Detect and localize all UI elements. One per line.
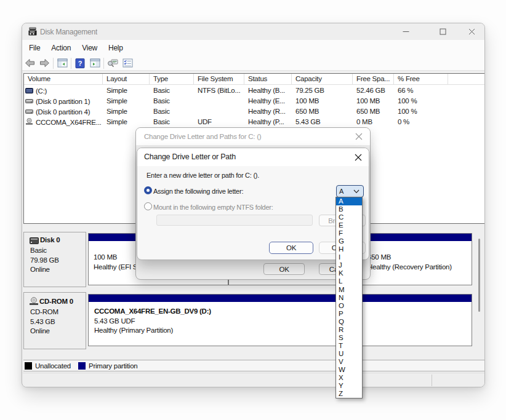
column-header-file-system[interactable]: File System — [194, 74, 244, 85]
drive-letter-option-V[interactable]: V — [336, 358, 362, 366]
drive-letter-list: ABCEFGHIJKLMNOPQRSTUVWXYZ — [335, 197, 363, 398]
drive-letter-option-O[interactable]: O — [336, 302, 362, 310]
checklist-button[interactable] — [120, 57, 135, 70]
drive-letter-option-U[interactable]: U — [336, 350, 362, 358]
cd-size: 5.43 GB UDF — [94, 317, 135, 325]
drive-letter-option-G[interactable]: G — [336, 237, 362, 245]
cd-drive-icon — [25, 118, 33, 126]
front-dialog-ok-button[interactable]: OK — [269, 242, 313, 254]
primary-partition-swatch — [78, 362, 86, 370]
column-header-capacity[interactable]: Capacity — [292, 74, 353, 85]
mount-path-textbox[interactable] — [156, 215, 313, 226]
vertical-scrollbar[interactable] — [478, 239, 480, 312]
menu-help[interactable]: Help — [103, 41, 129, 55]
front-dialog-title-bar: Change Drive Letter or Path — [137, 148, 369, 166]
cell-layout: Simple — [103, 117, 150, 127]
drive-letter-option-Y[interactable]: Y — [336, 382, 362, 390]
drive-letter-option-H[interactable]: H — [336, 245, 362, 253]
volume-row[interactable]: (Disk 0 partition 4)SimpleBasicHealthy (… — [24, 106, 485, 117]
cdrom0-kind: CD-ROM — [30, 308, 58, 315]
cdrom0-panel[interactable]: CD-ROM 0 CD-ROM 5.43 GB Online — [23, 292, 86, 349]
cell-layout: Simple — [103, 106, 150, 117]
help-icon: ? — [75, 58, 85, 68]
drive-letter-option-R[interactable]: R — [336, 326, 362, 334]
cdrom-icon — [29, 297, 39, 306]
svg-text:?: ? — [78, 60, 82, 67]
properties-icon — [107, 58, 118, 68]
column-header-type[interactable]: Type — [150, 74, 194, 85]
show-action-pane-button[interactable] — [87, 57, 102, 70]
volume-list-header: Volume Layout Type File System Status Ca… — [24, 74, 485, 85]
drive-letter-option-J[interactable]: J — [336, 261, 362, 269]
drive-letter-option-Z[interactable]: Z — [336, 390, 362, 398]
drive-letter-option-S[interactable]: S — [336, 334, 362, 342]
back-dialog-close-button[interactable] — [348, 129, 369, 144]
cell-file_system: UDF — [194, 117, 244, 127]
drive-letter-option-M[interactable]: M — [336, 286, 362, 294]
cell-layout: Simple — [103, 85, 150, 96]
combobox-value: A — [339, 188, 343, 195]
maximize-icon — [440, 28, 446, 35]
volume-row[interactable]: (Disk 0 partition 1)SimpleBasicHealthy (… — [24, 96, 485, 106]
chevron-down-icon — [353, 189, 359, 194]
maximize-button[interactable] — [430, 23, 455, 39]
drive-letter-option-K[interactable]: K — [336, 269, 362, 277]
cdrom0-partition[interactable]: CCCOMA_X64FRE_EN-GB_DV9 (D:) 5.43 GB UDF… — [88, 294, 472, 346]
drive-letter-option-T[interactable]: T — [336, 342, 362, 350]
drive-letter-option-B[interactable]: B — [336, 205, 362, 213]
recovery-partition-size: 650 MB — [367, 253, 391, 261]
back-button[interactable] — [22, 57, 37, 70]
menu-file[interactable]: File — [23, 41, 46, 55]
front-dialog-title: Change Drive Letter or Path — [144, 153, 236, 161]
mount-ntfs-folder-radio[interactable] — [144, 202, 152, 210]
disk0-partition-recovery[interactable]: 650 MB Healthy (Recovery Partition) — [359, 233, 472, 285]
column-header-free-space[interactable]: Free Spa... — [353, 74, 394, 85]
toolbar: ? — [22, 56, 484, 71]
drive-letter-option-L[interactable]: L — [336, 277, 362, 285]
drive-letter-option-X[interactable]: X — [336, 374, 362, 382]
forward-button[interactable] — [37, 57, 52, 70]
drive-letter-option-N[interactable]: N — [336, 294, 362, 302]
drive-letter-option-Q[interactable]: Q — [336, 318, 362, 326]
close-icon — [468, 28, 475, 35]
partition-color-band — [89, 295, 472, 302]
change-drive-letter-or-path-dialog: Change Drive Letter or Path Enter a new … — [137, 148, 369, 260]
back-dialog-ok-button[interactable]: OK — [263, 263, 305, 275]
disk-management-app-icon — [28, 26, 38, 36]
back-dialog-title-bar: Change Drive Letter and Paths for C: () — [136, 128, 370, 145]
forward-arrow-icon — [39, 58, 50, 68]
menu-view[interactable]: View — [76, 41, 103, 55]
column-header-layout[interactable]: Layout — [103, 74, 150, 85]
cell-pct_free: 66 % — [394, 85, 448, 96]
drive-letter-combobox[interactable]: A — [336, 185, 364, 197]
primary-partition-label: Primary partition — [89, 362, 137, 370]
drive-letter-option-W[interactable]: W — [336, 366, 362, 374]
menu-action[interactable]: Action — [46, 41, 76, 55]
drive-letter-option-A[interactable]: A — [336, 197, 362, 205]
show-console-tree-button[interactable] — [55, 57, 70, 70]
assign-drive-letter-radio[interactable] — [144, 186, 152, 194]
toolbar-separator — [71, 58, 71, 69]
volume-row[interactable]: CCCOMA_X64FRE...SimpleBasicUDFHealthy (P… — [24, 117, 485, 127]
column-header-volume[interactable]: Volume — [24, 74, 103, 85]
drive-letter-option-P[interactable]: P — [336, 310, 362, 318]
volume-row[interactable]: (C:)SimpleBasicNTFS (BitLo...Healthy (B.… — [24, 85, 485, 96]
column-header-pct-free[interactable]: % Free — [394, 74, 448, 85]
minimize-button[interactable] — [393, 23, 418, 39]
help-button[interactable]: ? — [73, 57, 87, 70]
column-header-status[interactable]: Status — [244, 74, 292, 85]
cell-type: Basic — [150, 85, 194, 96]
drive-letter-option-E[interactable]: E — [336, 221, 362, 229]
drive-letter-option-I[interactable]: I — [336, 253, 362, 261]
close-button[interactable] — [459, 23, 484, 39]
cd-status: Healthy (Primary Partition) — [94, 327, 173, 334]
cell-capacity: 79.25 GB — [292, 85, 353, 96]
front-dialog-close-button[interactable] — [348, 149, 369, 165]
properties-button[interactable] — [105, 57, 120, 70]
cell-file_system: NTFS (BitLo... — [194, 85, 244, 96]
action-pane-icon — [90, 58, 100, 68]
partition-color-band — [360, 234, 472, 241]
drive-letter-option-C[interactable]: C — [336, 213, 362, 221]
drive-letter-option-F[interactable]: F — [336, 229, 362, 237]
disk0-panel[interactable]: Disk 0 Basic 79.98 GB Online — [23, 232, 86, 287]
